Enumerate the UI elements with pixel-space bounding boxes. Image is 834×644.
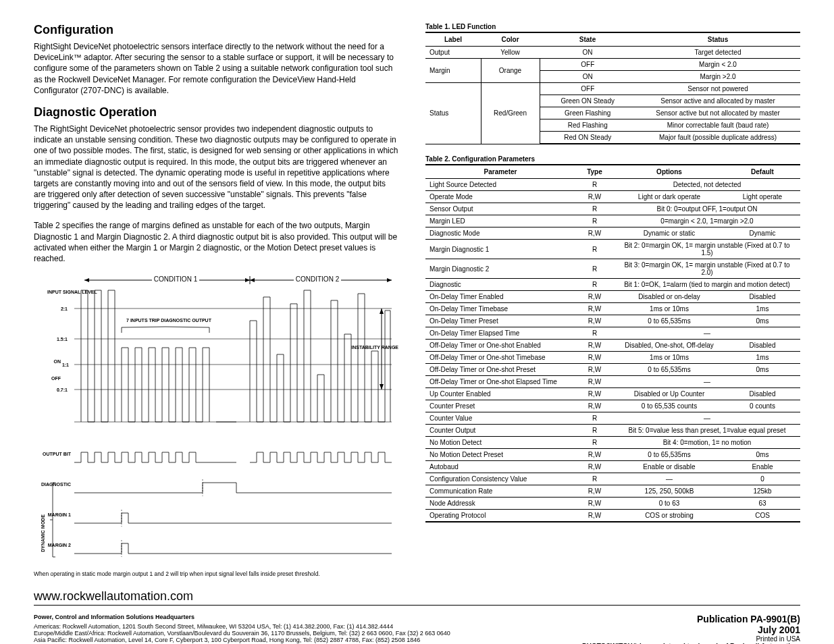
svg-marker-4	[245, 278, 250, 282]
svg-text:OUTPUT BIT: OUTPUT BIT	[43, 452, 72, 456]
heading-diagnostic: Diagnostic Operation	[34, 105, 398, 119]
svg-marker-25	[380, 308, 384, 314]
table-config-params: Parameter Type Options Default Light Sou…	[425, 164, 800, 522]
timing-diagram: CONDITION 1 CONDITION 2 INPUT SIGNAL LEV…	[34, 273, 398, 564]
svg-text:CONDITION 1: CONDITION 1	[154, 275, 198, 283]
paragraph-diag1: The RightSight DeviceNet photoelectric s…	[34, 124, 398, 211]
svg-marker-26	[380, 384, 384, 390]
svg-text:CONDITION 2: CONDITION 2	[296, 275, 340, 283]
svg-text:INPUT SIGNAL LEVEL: INPUT SIGNAL LEVEL	[47, 290, 97, 294]
svg-text:INSTABILITY RANGE: INSTABILITY RANGE	[351, 345, 398, 350]
footer-url: www.rockwellautomation.com	[34, 589, 800, 606]
diagram-footnote: When operating in static mode margin out…	[34, 570, 398, 577]
svg-text:MARGIN 1: MARGIN 1	[48, 512, 71, 517]
svg-text:7 INPUTS TRIP DIAGNOSTIC OUTPU: 7 INPUTS TRIP DIAGNOSTIC OUTPUT	[126, 318, 212, 323]
svg-text:DYNAMIC MODE: DYNAMIC MODE	[41, 514, 45, 552]
paragraph-diag2: Table 2 specifies the range of margins d…	[34, 220, 398, 264]
publication-block: Publication PA-9901(B) July 2001 Printed…	[582, 614, 800, 644]
svg-text:2:1: 2:1	[61, 306, 68, 311]
svg-text:1:1: 1:1	[62, 363, 69, 367]
hq-block: Power, Control and Information Solutions…	[34, 614, 450, 644]
table1-caption: Table 1. LED Function	[425, 23, 800, 30]
svg-text:1.5:1: 1.5:1	[57, 337, 68, 342]
svg-text:OFF: OFF	[51, 376, 61, 381]
svg-marker-2	[84, 278, 89, 282]
table-led-function: Label Color State Status OutputYellowONT…	[425, 32, 800, 144]
svg-text:ON: ON	[54, 359, 61, 364]
svg-text:0.7:1: 0.7:1	[57, 387, 68, 392]
table2-caption: Table 2. Configuration Parameters	[425, 155, 800, 163]
heading-configuration: Configuration	[34, 23, 398, 37]
svg-text:DIAGNOSTIC: DIAGNOSTIC	[41, 482, 71, 487]
svg-text:MARGIN 2: MARGIN 2	[48, 543, 71, 547]
svg-marker-8	[250, 278, 255, 282]
paragraph-config: RightSight DeviceNet photoelectric senso…	[34, 41, 398, 96]
svg-marker-10	[387, 278, 392, 282]
